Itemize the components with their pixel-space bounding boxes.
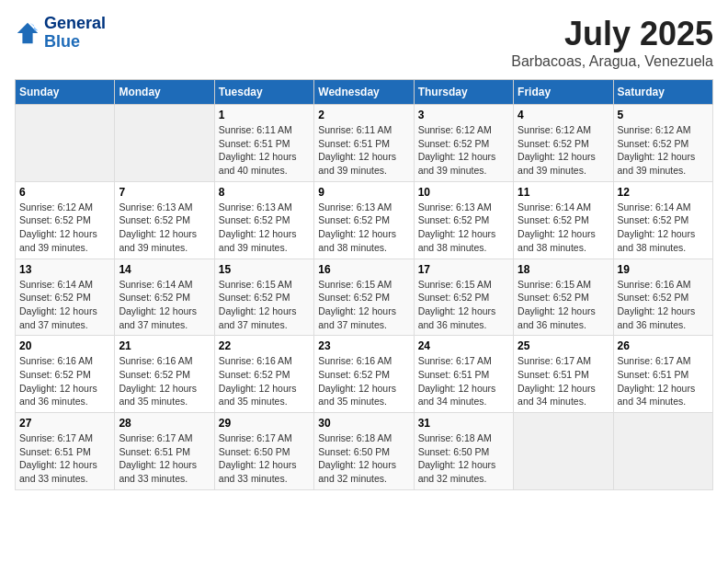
calendar-cell: 13Sunrise: 6:14 AM Sunset: 6:52 PM Dayli… <box>16 259 115 336</box>
calendar-cell: 16Sunrise: 6:15 AM Sunset: 6:52 PM Dayli… <box>314 259 414 336</box>
day-number: 21 <box>119 339 210 352</box>
week-row-3: 13Sunrise: 6:14 AM Sunset: 6:52 PM Dayli… <box>16 259 713 336</box>
calendar-cell: 2Sunrise: 6:11 AM Sunset: 6:51 PM Daylig… <box>314 105 414 182</box>
day-info: Sunrise: 6:16 AM Sunset: 6:52 PM Dayligh… <box>19 354 110 408</box>
day-number: 8 <box>219 186 310 199</box>
week-row-5: 27Sunrise: 6:17 AM Sunset: 6:51 PM Dayli… <box>16 413 713 490</box>
day-header-sunday: Sunday <box>16 80 115 105</box>
calendar-cell <box>613 413 712 490</box>
day-number: 28 <box>119 417 210 430</box>
calendar-cell: 1Sunrise: 6:11 AM Sunset: 6:51 PM Daylig… <box>214 105 313 182</box>
page-header: General Blue July 2025 Barbacoas, Aragua… <box>15 15 713 70</box>
day-info: Sunrise: 6:16 AM Sunset: 6:52 PM Dayligh… <box>219 354 310 408</box>
week-row-1: 1Sunrise: 6:11 AM Sunset: 6:51 PM Daylig… <box>16 105 713 182</box>
day-number: 14 <box>119 263 210 276</box>
day-number: 4 <box>518 109 609 121</box>
calendar-cell: 17Sunrise: 6:15 AM Sunset: 6:52 PM Dayli… <box>414 259 513 336</box>
day-number: 26 <box>618 339 709 352</box>
day-info: Sunrise: 6:18 AM Sunset: 6:50 PM Dayligh… <box>318 431 409 486</box>
day-info: Sunrise: 6:14 AM Sunset: 6:52 PM Dayligh… <box>518 201 609 255</box>
day-number: 31 <box>418 417 509 430</box>
week-row-2: 6Sunrise: 6:12 AM Sunset: 6:52 PM Daylig… <box>16 181 713 259</box>
logo-text: General Blue <box>44 15 106 52</box>
week-row-4: 20Sunrise: 6:16 AM Sunset: 6:52 PM Dayli… <box>16 336 713 413</box>
title-block: July 2025 Barbacoas, Aragua, Venezuela <box>511 15 713 70</box>
calendar-cell: 5Sunrise: 6:12 AM Sunset: 6:52 PM Daylig… <box>613 105 712 182</box>
calendar-cell <box>115 105 214 182</box>
calendar-cell: 28Sunrise: 6:17 AM Sunset: 6:51 PM Dayli… <box>115 413 214 490</box>
day-number: 3 <box>418 109 509 121</box>
day-info: Sunrise: 6:13 AM Sunset: 6:52 PM Dayligh… <box>418 201 509 255</box>
day-info: Sunrise: 6:12 AM Sunset: 6:52 PM Dayligh… <box>618 123 709 178</box>
calendar-cell: 26Sunrise: 6:17 AM Sunset: 6:51 PM Dayli… <box>613 336 712 413</box>
day-header-monday: Monday <box>115 80 214 105</box>
day-info: Sunrise: 6:13 AM Sunset: 6:52 PM Dayligh… <box>119 201 210 255</box>
day-info: Sunrise: 6:15 AM Sunset: 6:52 PM Dayligh… <box>518 278 609 332</box>
day-header-wednesday: Wednesday <box>314 80 414 105</box>
day-info: Sunrise: 6:12 AM Sunset: 6:52 PM Dayligh… <box>418 123 509 178</box>
day-number: 15 <box>219 263 310 276</box>
day-info: Sunrise: 6:14 AM Sunset: 6:52 PM Dayligh… <box>19 278 110 332</box>
day-number: 2 <box>318 109 409 121</box>
calendar-table: SundayMondayTuesdayWednesdayThursdayFrid… <box>15 79 713 490</box>
day-number: 30 <box>318 417 409 430</box>
day-info: Sunrise: 6:12 AM Sunset: 6:52 PM Dayligh… <box>19 201 110 255</box>
day-number: 7 <box>119 186 210 199</box>
day-number: 13 <box>19 263 110 276</box>
calendar-cell: 15Sunrise: 6:15 AM Sunset: 6:52 PM Dayli… <box>214 259 313 336</box>
day-info: Sunrise: 6:17 AM Sunset: 6:51 PM Dayligh… <box>618 354 709 408</box>
day-number: 5 <box>618 109 709 121</box>
day-info: Sunrise: 6:16 AM Sunset: 6:52 PM Dayligh… <box>618 278 709 332</box>
calendar-cell: 10Sunrise: 6:13 AM Sunset: 6:52 PM Dayli… <box>414 181 513 259</box>
day-number: 22 <box>219 339 310 352</box>
calendar-cell: 31Sunrise: 6:18 AM Sunset: 6:50 PM Dayli… <box>414 413 513 490</box>
calendar-cell: 27Sunrise: 6:17 AM Sunset: 6:51 PM Dayli… <box>16 413 115 490</box>
day-number: 10 <box>418 186 509 199</box>
calendar-cell: 3Sunrise: 6:12 AM Sunset: 6:52 PM Daylig… <box>414 105 513 182</box>
day-number: 23 <box>318 339 409 352</box>
day-info: Sunrise: 6:17 AM Sunset: 6:51 PM Dayligh… <box>19 431 110 486</box>
calendar-cell: 20Sunrise: 6:16 AM Sunset: 6:52 PM Dayli… <box>16 336 115 413</box>
calendar-cell: 8Sunrise: 6:13 AM Sunset: 6:52 PM Daylig… <box>214 181 313 259</box>
calendar-cell: 7Sunrise: 6:13 AM Sunset: 6:52 PM Daylig… <box>115 181 214 259</box>
calendar-cell <box>514 413 613 490</box>
calendar-cell: 19Sunrise: 6:16 AM Sunset: 6:52 PM Dayli… <box>613 259 712 336</box>
logo: General Blue <box>15 15 106 52</box>
day-header-tuesday: Tuesday <box>214 80 313 105</box>
calendar-cell: 4Sunrise: 6:12 AM Sunset: 6:52 PM Daylig… <box>514 105 613 182</box>
day-info: Sunrise: 6:16 AM Sunset: 6:52 PM Dayligh… <box>119 354 210 408</box>
day-info: Sunrise: 6:15 AM Sunset: 6:52 PM Dayligh… <box>219 278 310 332</box>
day-info: Sunrise: 6:13 AM Sunset: 6:52 PM Dayligh… <box>219 201 310 255</box>
calendar-cell: 29Sunrise: 6:17 AM Sunset: 6:50 PM Dayli… <box>214 413 313 490</box>
day-number: 1 <box>219 109 310 121</box>
calendar-cell: 30Sunrise: 6:18 AM Sunset: 6:50 PM Dayli… <box>314 413 414 490</box>
day-info: Sunrise: 6:18 AM Sunset: 6:50 PM Dayligh… <box>418 431 509 486</box>
calendar-cell: 22Sunrise: 6:16 AM Sunset: 6:52 PM Dayli… <box>214 336 313 413</box>
day-number: 12 <box>618 186 709 199</box>
day-number: 17 <box>418 263 509 276</box>
day-number: 6 <box>19 186 110 199</box>
svg-marker-0 <box>17 23 38 43</box>
calendar-cell: 24Sunrise: 6:17 AM Sunset: 6:51 PM Dayli… <box>414 336 513 413</box>
day-number: 18 <box>518 263 609 276</box>
calendar-cell: 9Sunrise: 6:13 AM Sunset: 6:52 PM Daylig… <box>314 181 414 259</box>
location-title: Barbacoas, Aragua, Venezuela <box>511 53 713 70</box>
calendar-cell: 12Sunrise: 6:14 AM Sunset: 6:52 PM Dayli… <box>613 181 712 259</box>
day-headers-row: SundayMondayTuesdayWednesdayThursdayFrid… <box>16 80 713 105</box>
day-number: 24 <box>418 339 509 352</box>
day-info: Sunrise: 6:14 AM Sunset: 6:52 PM Dayligh… <box>618 201 709 255</box>
calendar-cell: 21Sunrise: 6:16 AM Sunset: 6:52 PM Dayli… <box>115 336 214 413</box>
logo-icon <box>15 20 40 46</box>
day-info: Sunrise: 6:15 AM Sunset: 6:52 PM Dayligh… <box>318 278 409 332</box>
day-number: 19 <box>618 263 709 276</box>
day-info: Sunrise: 6:16 AM Sunset: 6:52 PM Dayligh… <box>318 354 409 408</box>
day-info: Sunrise: 6:11 AM Sunset: 6:51 PM Dayligh… <box>318 123 409 178</box>
calendar-cell: 14Sunrise: 6:14 AM Sunset: 6:52 PM Dayli… <box>115 259 214 336</box>
day-number: 20 <box>19 339 110 352</box>
day-number: 29 <box>219 417 310 430</box>
calendar-cell: 25Sunrise: 6:17 AM Sunset: 6:51 PM Dayli… <box>514 336 613 413</box>
calendar-cell: 23Sunrise: 6:16 AM Sunset: 6:52 PM Dayli… <box>314 336 414 413</box>
calendar-cell <box>16 105 115 182</box>
calendar-cell: 11Sunrise: 6:14 AM Sunset: 6:52 PM Dayli… <box>514 181 613 259</box>
day-number: 11 <box>518 186 609 199</box>
